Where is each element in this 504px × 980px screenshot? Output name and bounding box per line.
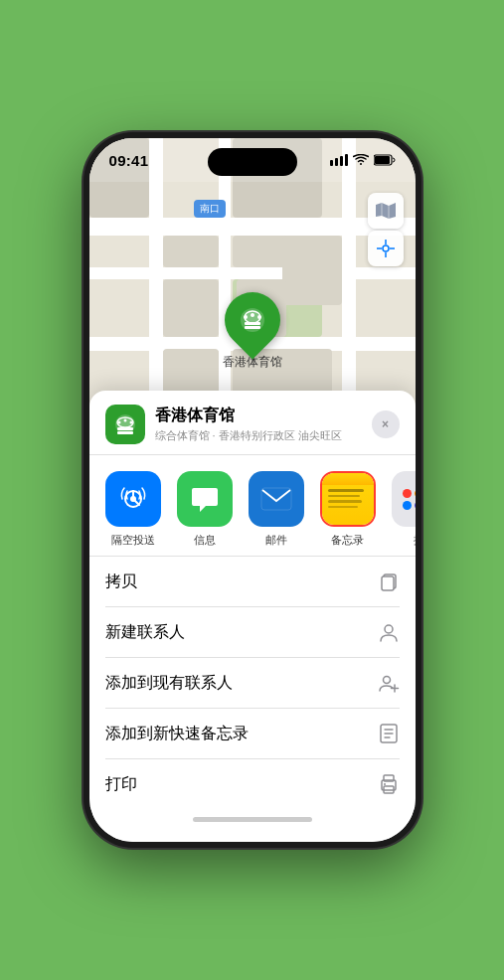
venue-info: 香港体育馆 综合体育馆 · 香港特别行政区 油尖旺区 [155,406,362,443]
share-row: 隔空投送 信息 [89,455,416,557]
svg-point-42 [384,783,386,785]
svg-point-32 [383,677,390,684]
share-item-messages[interactable]: 信息 [173,471,237,548]
more-icon [392,471,416,527]
airdrop-icon [105,471,161,527]
share-item-mail[interactable]: 邮件 [245,471,308,548]
location-pin: 香港体育馆 [223,292,282,371]
map-controls [368,193,404,266]
svg-point-22 [117,421,120,424]
svg-point-26 [130,496,136,502]
status-time: 09:41 [109,152,149,169]
svg-rect-5 [375,156,390,164]
more-label: 提 [414,533,416,548]
map-label-south-entrance: 南口 [194,200,226,218]
svg-point-6 [383,245,389,251]
svg-rect-27 [261,488,291,510]
close-button[interactable]: × [372,410,400,438]
copy-icon [378,571,400,592]
action-copy-label: 拷贝 [105,572,137,592]
phone-screen: 09:41 [89,138,416,842]
home-indicator [89,809,416,822]
svg-rect-1 [335,158,338,166]
note-icon [378,723,400,744]
airdrop-label: 隔空投送 [111,533,155,548]
phone-frame: 09:41 [84,132,421,848]
action-print[interactable]: 打印 [105,759,400,809]
sheet-header: 香港体育馆 综合体育馆 · 香港特别行政区 油尖旺区 × [89,391,416,455]
svg-point-23 [123,419,126,422]
messages-icon [177,471,233,527]
svg-rect-30 [382,576,394,590]
share-item-more[interactable]: 提 [388,471,416,548]
action-add-notes-label: 添加到新快速备忘录 [105,724,249,744]
svg-rect-0 [330,160,333,166]
action-copy[interactable]: 拷贝 [105,557,400,607]
svg-rect-2 [340,156,343,166]
person-add-icon [378,672,400,694]
battery-icon [374,154,396,166]
action-list: 拷贝 新建联系人 添加到现有联系人 [89,557,416,809]
action-new-contact-label: 新建联系人 [105,622,185,643]
mail-label: 邮件 [265,533,287,548]
svg-rect-3 [345,154,348,166]
notes-label: 备忘录 [331,533,364,548]
messages-label: 信息 [194,533,216,548]
wifi-icon [353,154,369,166]
action-add-notes[interactable]: 添加到新快速备忘录 [105,709,400,759]
notes-icon [320,471,376,527]
action-add-existing-label: 添加到现有联系人 [105,673,233,694]
action-print-label: 打印 [105,774,137,795]
dynamic-island [208,148,297,176]
bottom-sheet: 香港体育馆 综合体育馆 · 香港特别行政区 油尖旺区 × [89,391,416,842]
action-add-existing[interactable]: 添加到现有联系人 [105,658,400,709]
venue-description: 综合体育馆 · 香港特别行政区 油尖旺区 [155,428,362,443]
print-icon [378,773,400,795]
venue-name: 香港体育馆 [155,406,362,426]
share-item-notes[interactable]: 备忘录 [316,471,380,548]
action-new-contact[interactable]: 新建联系人 [105,607,400,658]
person-icon [378,621,400,643]
svg-point-31 [385,625,393,633]
location-button[interactable] [368,231,404,266]
venue-icon [105,405,145,444]
mail-icon [249,471,304,527]
status-icons [330,154,396,166]
map-type-button[interactable] [368,193,404,229]
share-item-airdrop[interactable]: 隔空投送 [101,471,165,548]
svg-point-24 [129,421,132,424]
signal-icon [330,154,348,166]
svg-rect-20 [117,431,133,434]
svg-rect-13 [245,326,260,329]
